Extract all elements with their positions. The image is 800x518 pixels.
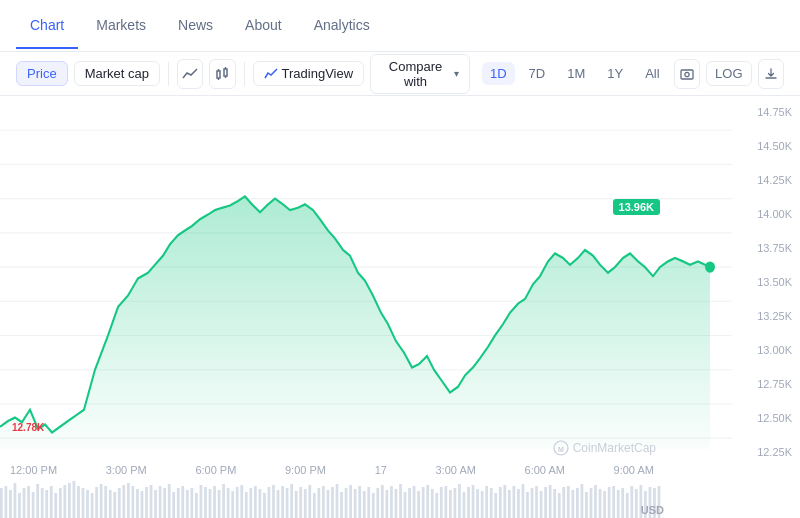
svg-rect-60 <box>186 490 189 518</box>
svg-rect-29 <box>45 490 48 518</box>
svg-rect-139 <box>544 487 547 518</box>
time-1d-button[interactable]: 1D <box>482 62 515 85</box>
svg-point-18 <box>705 261 715 272</box>
svg-rect-0 <box>217 71 220 78</box>
svg-rect-70 <box>231 491 234 518</box>
volume-svg: // generate volume bars <box>0 478 664 518</box>
log-button[interactable]: LOG <box>706 61 751 86</box>
svg-rect-119 <box>454 488 457 518</box>
svg-rect-97 <box>354 489 357 518</box>
svg-rect-33 <box>63 485 66 518</box>
svg-rect-113 <box>426 485 429 518</box>
svg-rect-108 <box>404 492 407 518</box>
marketcap-button[interactable]: Market cap <box>74 61 160 86</box>
chart-main: // generate volume bars <box>0 96 732 518</box>
svg-rect-43 <box>109 490 112 518</box>
svg-rect-145 <box>571 490 574 518</box>
download-icon-button[interactable] <box>758 59 784 89</box>
svg-rect-81 <box>281 486 284 518</box>
svg-rect-23 <box>18 493 21 518</box>
svg-rect-135 <box>526 492 529 518</box>
svg-rect-71 <box>236 487 239 518</box>
tab-chart[interactable]: Chart <box>16 3 78 49</box>
svg-rect-141 <box>553 489 556 518</box>
svg-rect-105 <box>390 486 393 518</box>
price-button[interactable]: Price <box>16 61 68 86</box>
svg-rect-149 <box>590 488 593 518</box>
svg-rect-137 <box>535 486 538 518</box>
svg-point-7 <box>685 72 689 76</box>
svg-rect-27 <box>36 484 39 518</box>
svg-rect-50 <box>141 491 144 518</box>
divider-2 <box>244 62 245 86</box>
svg-rect-1 <box>224 69 227 76</box>
line-chart-icon-button[interactable] <box>177 59 203 89</box>
compare-button[interactable]: Compare with ▾ <box>370 54 470 94</box>
time-7d-button[interactable]: 7D <box>521 62 554 85</box>
svg-rect-155 <box>617 490 620 518</box>
svg-rect-31 <box>54 493 57 518</box>
svg-rect-144 <box>567 486 570 518</box>
candle-chart-icon-button[interactable] <box>209 59 235 89</box>
svg-rect-61 <box>190 488 193 518</box>
svg-rect-79 <box>272 485 275 518</box>
svg-rect-59 <box>181 486 184 518</box>
x-label-6: 6:00 AM <box>525 464 565 476</box>
tab-markets[interactable]: Markets <box>82 3 160 49</box>
svg-rect-91 <box>327 490 330 518</box>
svg-rect-51 <box>145 487 148 518</box>
svg-rect-63 <box>200 485 203 518</box>
time-all-button[interactable]: All <box>637 62 667 85</box>
svg-rect-107 <box>399 484 402 518</box>
svg-rect-6 <box>681 70 693 79</box>
volume-bars: // generate volume bars <box>0 478 664 518</box>
svg-rect-54 <box>159 486 162 518</box>
svg-rect-44 <box>113 492 116 518</box>
x-axis: 12:00 PM 3:00 PM 6:00 PM 9:00 PM 17 3:00… <box>0 464 664 476</box>
svg-rect-32 <box>59 488 62 518</box>
svg-rect-132 <box>513 486 516 518</box>
top-nav: Chart Markets News About Analytics <box>0 0 800 52</box>
x-label-7: 9:00 AM <box>614 464 654 476</box>
svg-rect-134 <box>522 484 525 518</box>
x-label-3: 9:00 PM <box>285 464 326 476</box>
svg-rect-127 <box>490 488 493 518</box>
tab-news[interactable]: News <box>164 3 227 49</box>
svg-rect-99 <box>363 491 366 518</box>
y-label-7: 13.00K <box>736 344 792 356</box>
svg-rect-147 <box>581 484 584 518</box>
svg-rect-123 <box>472 485 475 518</box>
svg-rect-150 <box>594 485 597 518</box>
svg-rect-117 <box>444 486 447 518</box>
usd-label: USD <box>641 504 664 516</box>
svg-rect-143 <box>562 487 565 518</box>
svg-rect-83 <box>290 484 293 518</box>
svg-rect-72 <box>240 485 243 518</box>
svg-rect-41 <box>100 484 103 518</box>
svg-rect-116 <box>440 487 443 518</box>
svg-rect-88 <box>313 493 316 518</box>
time-1y-button[interactable]: 1Y <box>599 62 631 85</box>
svg-rect-96 <box>349 485 352 518</box>
y-label-10: 12.25K <box>736 446 792 458</box>
svg-rect-76 <box>259 489 262 518</box>
svg-rect-109 <box>408 488 411 518</box>
tab-analytics[interactable]: Analytics <box>300 3 384 49</box>
svg-rect-115 <box>435 493 438 518</box>
svg-rect-78 <box>268 487 271 518</box>
svg-rect-159 <box>635 489 638 518</box>
svg-rect-46 <box>122 485 125 518</box>
screenshot-icon-button[interactable] <box>674 59 700 89</box>
tradingview-button[interactable]: TradingView <box>253 61 365 86</box>
svg-rect-85 <box>299 487 302 518</box>
svg-rect-122 <box>467 487 470 518</box>
svg-rect-131 <box>508 490 511 518</box>
svg-rect-156 <box>621 488 624 518</box>
svg-rect-106 <box>395 489 398 518</box>
svg-rect-47 <box>127 483 130 518</box>
y-label-3: 14.00K <box>736 208 792 220</box>
time-1m-button[interactable]: 1M <box>559 62 593 85</box>
tab-about[interactable]: About <box>231 3 296 49</box>
svg-rect-124 <box>476 489 479 518</box>
y-label-5: 13.50K <box>736 276 792 288</box>
